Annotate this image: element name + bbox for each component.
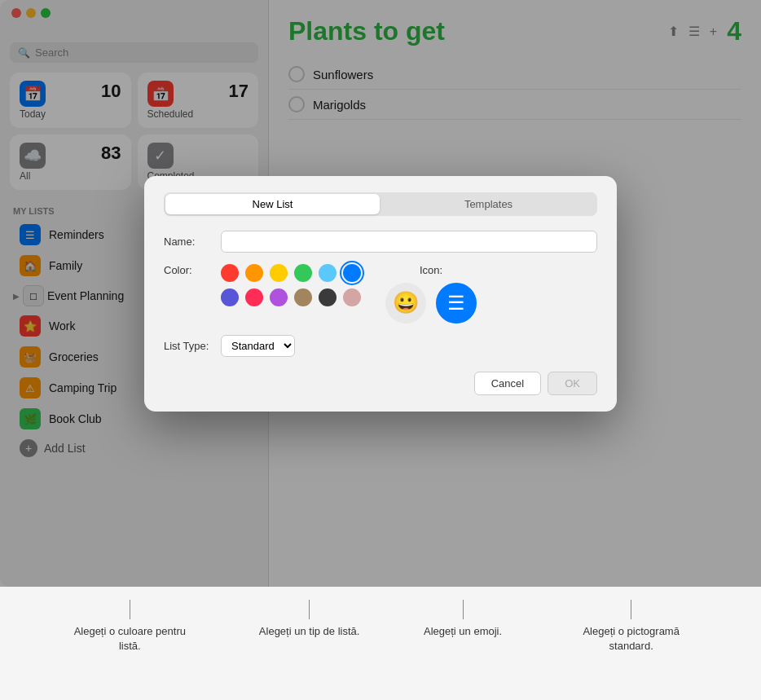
icon-label: Icon: (420, 264, 442, 276)
list-type-row: List Type: Standard Checklist Grocery (164, 335, 597, 357)
color-purple[interactable] (221, 288, 239, 306)
icon-section: Icon: 😀 ☰ (385, 264, 477, 324)
modal-buttons: Cancel OK (164, 372, 597, 395)
ok-button[interactable]: OK (548, 372, 597, 395)
annotation-line-list-type (309, 600, 310, 619)
icon-choice-standard[interactable]: ☰ (436, 283, 477, 324)
color-row-1 (221, 264, 361, 282)
standard-list-icon: ☰ (447, 292, 465, 315)
color-label: Color: (164, 264, 213, 276)
color-dark-gray[interactable] (319, 288, 337, 306)
color-red[interactable] (221, 264, 239, 282)
color-light-blue[interactable] (319, 264, 337, 282)
annotation-line-standard-icon (631, 600, 631, 619)
icon-choices: 😀 ☰ (385, 283, 477, 324)
color-grid (221, 264, 361, 306)
color-brown[interactable] (294, 288, 312, 306)
name-row: Name: (164, 231, 597, 253)
tab-new-list[interactable]: New List (165, 194, 380, 214)
cancel-button[interactable]: Cancel (474, 372, 541, 395)
annotation-line-color (130, 600, 130, 619)
annotation-color: Alegeți o culoare pentru listă. (64, 600, 195, 654)
color-yellow[interactable] (270, 264, 288, 282)
color-green[interactable] (294, 264, 312, 282)
tab-templates[interactable]: Templates (381, 194, 596, 214)
modal-tabs: New List Templates (164, 192, 597, 216)
annotation-text-list-type: Alegeți un tip de listă. (259, 624, 360, 639)
list-type-label: List Type: (164, 340, 213, 352)
name-input[interactable] (221, 231, 597, 253)
name-label: Name: (164, 236, 213, 248)
annotation-text-color: Alegeți o culoare pentru listă. (64, 624, 195, 654)
color-icon-row: Color: (164, 264, 597, 324)
annotations-area: Alegeți o culoare pentru listă. Alegeți … (0, 587, 761, 700)
color-section: Color: (164, 264, 361, 306)
list-type-select[interactable]: Standard Checklist Grocery (221, 335, 295, 357)
color-pink[interactable] (245, 288, 263, 306)
annotation-line-emoji (463, 600, 464, 619)
color-mauve[interactable] (343, 288, 361, 306)
annotation-text-emoji: Alegeți un emoji. (424, 624, 502, 639)
annotation-emoji: Alegeți un emoji. (424, 600, 502, 639)
color-blue[interactable] (343, 264, 361, 282)
annotation-standard-icon: Alegeți o pictogramă standard. (566, 600, 697, 654)
color-orange[interactable] (245, 264, 263, 282)
color-light-purple[interactable] (270, 288, 288, 306)
icon-choice-emoji[interactable]: 😀 (385, 283, 426, 324)
annotation-text-standard-icon: Alegeți o pictogramă standard. (566, 624, 697, 654)
color-row-2 (221, 288, 361, 306)
modal-overlay: New List Templates Name: Color: (0, 0, 761, 587)
new-list-modal: New List Templates Name: Color: (144, 176, 617, 412)
emoji-icon: 😀 (393, 290, 419, 315)
annotation-list-type: Alegeți un tip de listă. (259, 600, 360, 639)
